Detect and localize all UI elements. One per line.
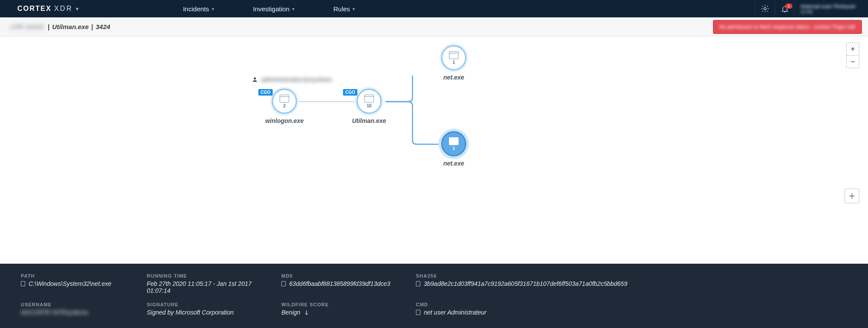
- process-node-icon: 1: [441, 131, 466, 156]
- value-sha256[interactable]: 3b9ad8e2c1d03ff941a7c9192a605f31671b107d…: [416, 280, 838, 287]
- download-icon[interactable]: ⤓: [304, 309, 309, 316]
- breadcrumb-pid: 3424: [96, 23, 110, 30]
- breadcrumb-host: LPR-10204: [10, 23, 43, 30]
- brand-sub: XDR: [54, 5, 73, 13]
- brand-logo[interactable]: CORTEX XDR ▾: [0, 5, 87, 13]
- node-label: winlogon.exe: [265, 117, 304, 124]
- node-label: Utilman.exe: [352, 117, 386, 124]
- nav-item-rules[interactable]: Rules ▾: [333, 5, 355, 13]
- tree-node-net-1[interactable]: 1 net.exe: [434, 45, 473, 81]
- window-icon: [449, 51, 459, 59]
- copy-icon[interactable]: [281, 281, 286, 286]
- user-menu[interactable]: Internal-user Perkaset ACME: [794, 0, 868, 17]
- breadcrumb-process: Utilman.exe: [52, 23, 89, 30]
- breadcrumb: LPR-10204 | Utilman.exe | 3424 No permis…: [0, 17, 868, 36]
- crosshair-icon: [848, 192, 856, 200]
- node-label: net.exe: [443, 74, 464, 81]
- svg-point-0: [764, 7, 766, 10]
- settings-button[interactable]: [755, 0, 775, 17]
- field-path: PATH C:\Windows\System32\net.exe: [21, 273, 147, 294]
- svg-point-2: [254, 77, 256, 80]
- process-node-icon: CGO 10: [356, 89, 382, 114]
- window-icon: [449, 137, 459, 145]
- tree-user-label: administrator@system: [252, 76, 332, 83]
- process-tree-canvas[interactable]: + − administrator@system CGO 2: [0, 36, 868, 197]
- window-icon: [280, 95, 289, 103]
- svg-point-1: [851, 195, 853, 197]
- notifications-button[interactable]: 1: [775, 0, 794, 17]
- zoom-out-button[interactable]: −: [847, 56, 859, 68]
- node-tag-cgo: CGO: [258, 89, 273, 96]
- node-count: 1: [452, 60, 455, 65]
- copy-icon[interactable]: [416, 281, 420, 286]
- field-wildfire: WILDFIRE SCORE Benign ⤓: [281, 302, 416, 316]
- nav-right: 1 Internal-user Perkaset ACME: [755, 0, 868, 17]
- zoom-controls: + −: [846, 43, 859, 68]
- nav-item-incidents[interactable]: Incidents ▾: [183, 5, 214, 13]
- nav-item-investigation[interactable]: Investigation ▾: [253, 5, 294, 13]
- field-cmd: CMD net user Administrateur: [416, 302, 847, 316]
- node-count: 10: [366, 103, 371, 108]
- field-signature: SIGNATURE Signed by Microsoft Corporatio…: [147, 302, 281, 316]
- brand-main: CORTEX: [17, 5, 52, 13]
- copy-icon[interactable]: [416, 310, 420, 315]
- process-node-icon: CGO 2: [272, 89, 297, 114]
- zoom-in-button[interactable]: +: [847, 43, 859, 55]
- tree-node-net-2[interactable]: 1 net.exe: [434, 131, 473, 167]
- field-running-time: RUNNING TIME Feb 27th 2020 11:05:17 - Ja…: [147, 273, 281, 294]
- brand-dropdown-icon[interactable]: ▾: [76, 6, 79, 12]
- chevron-down-icon: ▾: [353, 7, 355, 11]
- recenter-button[interactable]: [845, 189, 859, 203]
- value-path[interactable]: C:\Windows\System32\net.exe: [21, 280, 138, 287]
- window-icon: [364, 95, 374, 103]
- chevron-down-icon: ▾: [212, 7, 214, 11]
- field-username: USERNAME ADCORTE INTEsystems: [21, 302, 147, 316]
- tree-node-winlogon[interactable]: CGO 2 winlogon.exe: [265, 89, 304, 124]
- details-panel: PATH C:\Windows\System32\net.exe RUNNING…: [0, 264, 868, 328]
- nav-items: Incidents ▾ Investigation ▾ Rules ▾: [183, 5, 355, 13]
- node-label: net.exe: [443, 160, 464, 167]
- gear-icon: [761, 4, 769, 13]
- node-count: 1: [452, 146, 455, 151]
- warning-banner: No permission to fetch response status -…: [713, 20, 862, 34]
- top-nav: CORTEX XDR ▾ Incidents ▾ Investigation ▾…: [0, 0, 868, 17]
- node-count: 2: [283, 103, 286, 108]
- chevron-down-icon: ▾: [292, 7, 294, 11]
- node-tag-cgo: CGO: [343, 89, 357, 96]
- copy-icon[interactable]: [21, 281, 25, 286]
- user-icon: [252, 76, 258, 83]
- field-md5: MD5 63dd6fbaabf881385899fd39df13dce3: [281, 273, 416, 294]
- value-md5[interactable]: 63dd6fbaabf881385899fd39df13dce3: [281, 280, 407, 287]
- process-node-icon: 1: [441, 45, 466, 70]
- notif-badge: 1: [785, 3, 792, 9]
- tree-node-utilman[interactable]: CGO 10 Utilman.exe: [350, 89, 389, 124]
- field-sha256: SHA256 3b9ad8e2c1d03ff941a7c9192a605f316…: [416, 273, 847, 294]
- value-cmd[interactable]: net user Administrateur: [416, 309, 838, 316]
